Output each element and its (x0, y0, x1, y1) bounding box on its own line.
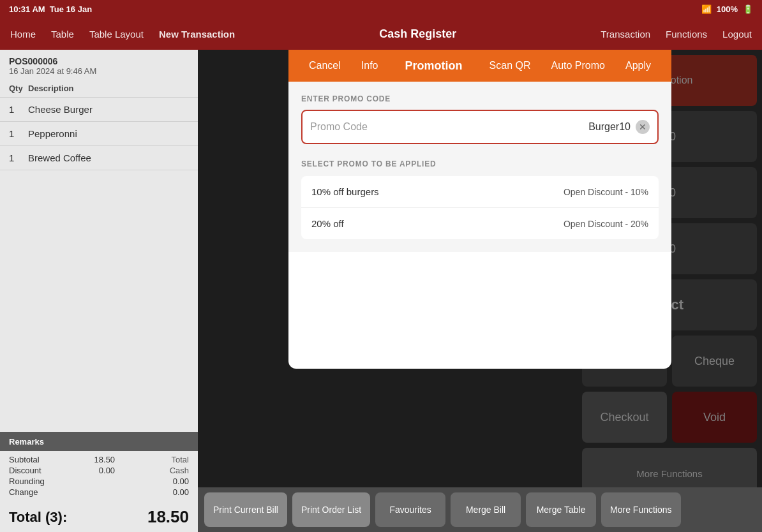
modal-apply-btn[interactable]: Apply (615, 50, 661, 82)
merge-bill-button[interactable]: Merge Bill (451, 492, 521, 527)
item-3-qty: 1 (9, 152, 28, 163)
item-3-desc: Brewed Coffee (28, 152, 189, 163)
change-label: Change (9, 487, 38, 497)
select-promo-label: SELECT PROMO TO BE APPLIED (301, 159, 659, 168)
subtotal-row: Subtotal 18.50 Total (9, 455, 189, 464)
cash-label: Cash (170, 466, 189, 475)
change-row: Change 0.00 (9, 487, 189, 497)
item-1-qty: 1 (9, 104, 28, 115)
nav-table[interactable]: Table (51, 29, 74, 40)
item-2-desc: Pepperonni (28, 128, 189, 139)
receipt-item-3[interactable]: 1 Brewed Coffee (0, 146, 198, 170)
bottom-bar: Print Current Bill Print Order List Favo… (198, 487, 762, 532)
totals-section: Subtotal 18.50 Total Discount 0.00 Cash … (0, 451, 198, 502)
modal-overlay: Cancel Info Promotion Scan QR Auto Promo… (198, 50, 762, 532)
item-1-desc: Cheese Burger (28, 104, 189, 115)
discount-amount: 0.00 (83, 466, 115, 475)
remarks-section: Remarks (0, 432, 198, 451)
left-panel: POS000006 16 Jan 2024 at 9:46 AM Qty Des… (0, 50, 198, 532)
enter-promo-label: ENTER PROMO CODE (301, 94, 659, 103)
discount-row: Discount 0.00 Cash (9, 466, 189, 475)
print-order-list-button[interactable]: Print Order List (292, 492, 370, 527)
modal-info-btn[interactable]: Info (351, 50, 389, 82)
item-2-qty: 1 (9, 128, 28, 139)
promo-clear-button[interactable]: ✕ (636, 120, 650, 134)
modal-body: ENTER PROMO CODE Promo Code Burger10 ✕ S… (288, 82, 671, 252)
promotion-modal: Cancel Info Promotion Scan QR Auto Promo… (288, 50, 671, 369)
nav-home[interactable]: Home (10, 29, 36, 40)
favourites-button[interactable]: Favourites (375, 492, 445, 527)
receipt-date: 16 Jan 2024 at 9:46 AM (9, 66, 189, 76)
nav-bar: Home Table Table Layout New Transaction … (0, 18, 762, 50)
col-desc-header: Description (28, 84, 189, 93)
modal-promotion-tab[interactable]: Promotion (395, 50, 473, 82)
nav-new-transaction[interactable]: New Transaction (159, 29, 235, 40)
promo-item-1[interactable]: 10% off burgers Open Discount - 10% (301, 176, 659, 208)
remarks-label: Remarks (9, 437, 44, 447)
total-right-label: Total (172, 455, 189, 464)
grand-total-amount: 18.50 (147, 507, 189, 527)
wifi-icon: 📶 (701, 4, 712, 14)
change-amount: 0.00 (157, 487, 189, 497)
modal-auto-promo-btn[interactable]: Auto Promo (541, 50, 615, 82)
rounding-label: Rounding (9, 477, 45, 486)
grand-total: Total (3): 18.50 (0, 502, 198, 532)
promo-2-name: 20% off (311, 218, 344, 229)
modal-scan-qr-btn[interactable]: Scan QR (479, 50, 541, 82)
print-current-bill-button[interactable]: Print Current Bill (204, 492, 287, 527)
modal-nav: Cancel Info Promotion Scan QR Auto Promo… (288, 50, 671, 82)
nav-right: Transaction Functions Logout (601, 29, 752, 40)
promo-item-2[interactable]: 20% off Open Discount - 20% (301, 208, 659, 239)
promo-input-placeholder: Promo Code (310, 121, 588, 133)
merge-table-button[interactable]: Merge Table (526, 492, 596, 527)
right-panel: Promotion 10 20 50 xact oucher Cheque Ch… (198, 50, 762, 532)
promo-input-container[interactable]: Promo Code Burger10 ✕ (301, 110, 659, 144)
subtotal-amount: 18.50 (83, 455, 115, 464)
promo-1-type: Open Discount - 10% (564, 187, 648, 197)
promo-1-name: 10% off burgers (311, 186, 379, 197)
nav-functions[interactable]: Functions (666, 29, 707, 40)
status-time: 10:31 AM Tue 16 Jan (9, 4, 92, 14)
rounding-row: Rounding 0.00 (9, 477, 189, 486)
status-right: 📶 100% 🔋 (701, 4, 753, 14)
status-bar: 10:31 AM Tue 16 Jan 📶 100% 🔋 (0, 0, 762, 18)
promo-input-value: Burger10 (588, 121, 631, 133)
nav-table-layout[interactable]: Table Layout (89, 29, 144, 40)
receipt-id: POS000006 (9, 56, 189, 66)
promo-list: 10% off burgers Open Discount - 10% 20% … (301, 176, 659, 239)
nav-title: Cash Register (235, 27, 601, 41)
col-qty-header: Qty (9, 84, 28, 93)
receipt-item-2[interactable]: 1 Pepperonni (0, 122, 198, 146)
battery-icon: 🔋 (743, 4, 753, 14)
receipt-item-1[interactable]: 1 Cheese Burger (0, 98, 198, 122)
nav-transaction[interactable]: Transaction (601, 29, 650, 40)
receipt-table-header: Qty Description (0, 80, 198, 98)
subtotal-label: Subtotal (9, 455, 40, 464)
main-layout: POS000006 16 Jan 2024 at 9:46 AM Qty Des… (0, 50, 762, 532)
receipt-items: 1 Cheese Burger 1 Pepperonni 1 Brewed Co… (0, 98, 198, 265)
nav-logout[interactable]: Logout (722, 29, 752, 40)
modal-cancel-btn[interactable]: Cancel (299, 50, 351, 82)
grand-total-label: Total (3): (9, 509, 67, 526)
nav-left: Home Table Table Layout New Transaction (10, 29, 235, 40)
discount-label: Discount (9, 466, 41, 475)
battery-level: 100% (717, 4, 738, 14)
more-functions-bottom-button[interactable]: More Functions (601, 492, 680, 527)
receipt-header: POS000006 16 Jan 2024 at 9:46 AM (0, 50, 198, 80)
rounding-amount: 0.00 (157, 477, 189, 486)
promo-2-type: Open Discount - 20% (564, 219, 648, 229)
